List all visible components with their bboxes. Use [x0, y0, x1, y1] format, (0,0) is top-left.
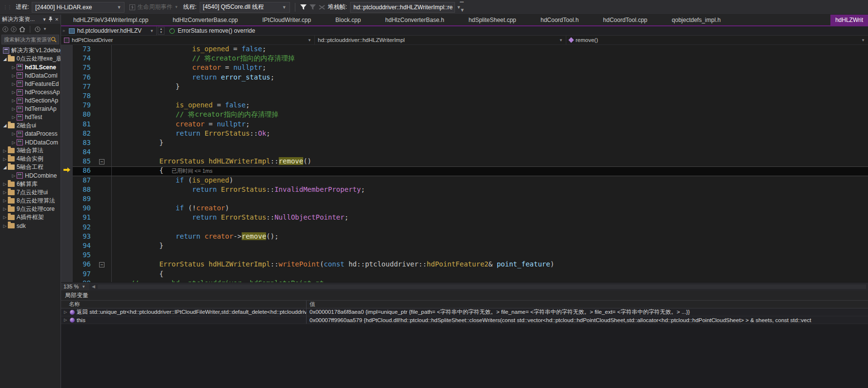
- expand-icon[interactable]: ▷: [11, 82, 17, 86]
- breakpoint-margin[interactable]: [61, 63, 73, 73]
- expand-icon[interactable]: ▷: [11, 140, 17, 145]
- expand-icon[interactable]: ▷: [2, 182, 8, 186]
- breakpoint-margin[interactable]: [61, 204, 73, 213]
- breakpoint-margin[interactable]: [61, 82, 73, 92]
- breakpoint-margin[interactable]: [61, 242, 73, 251]
- tree-item-hdDataComl[interactable]: ▷hdDataComl: [0, 71, 61, 80]
- tab-Block.cpp[interactable]: Block.cpp: [323, 15, 373, 25]
- search-box[interactable]: 搜索解决方案资源管: [1, 35, 59, 44]
- breakpoint-margin[interactable]: [61, 232, 73, 242]
- tree-item-5融合工程[interactable]: ◢5融合工程: [0, 163, 61, 171]
- search-icon[interactable]: [51, 37, 57, 42]
- breakpoint-margin[interactable]: [61, 270, 73, 279]
- expand-icon[interactable]: ▷: [11, 115, 17, 120]
- tree-item-解决方案'v1.2debug[interactable]: 解决方案'v1.2debug: [0, 46, 61, 55]
- breadcrumb-type-dropdown[interactable]: hd::ptclouddriver::hdHLZWriterImpl ▼: [315, 36, 566, 44]
- tree-item-8点云处理算法[interactable]: ▷8点云处理算法: [0, 197, 61, 205]
- tree-item-hdTerrainAp[interactable]: ▷hdTerrainAp: [0, 105, 61, 113]
- breakpoint-margin[interactable]: [61, 279, 73, 282]
- breakpoint-margin[interactable]: [61, 260, 73, 269]
- tree-item-A插件框架[interactable]: ▷A插件框架: [0, 213, 61, 222]
- breakpoint-margin[interactable]: [61, 148, 73, 157]
- breakpoint-margin[interactable]: [61, 73, 73, 82]
- tree-item-hdFeatureEd[interactable]: ▷hdFeatureEd: [0, 80, 61, 88]
- tab-hdHLZFileV34WriterImpl.cpp[interactable]: hdHLZFileV34WriterImpl.cpp: [61, 15, 161, 25]
- expand-icon[interactable]: ▷: [11, 90, 17, 95]
- breadcrumb-file-dropdown[interactable]: hdPtCloudDriver ▼: [61, 36, 315, 44]
- filter-icon[interactable]: [300, 4, 307, 10]
- column-header-name[interactable]: 名称: [61, 301, 307, 308]
- project-dropdown[interactable]: hd.ptclouddriver.hdHLZV ▼: [66, 26, 157, 35]
- breakpoint-margin[interactable]: [61, 185, 73, 195]
- breakpoint-margin[interactable]: [61, 92, 73, 101]
- breakpoint-margin[interactable]: [61, 129, 73, 139]
- locals-row-this[interactable]: ▷this0x00007ff9960aa579 {hdPtCloud.dll!h…: [61, 316, 868, 324]
- breakpoint-margin[interactable]: [61, 195, 73, 204]
- chevron-down-icon[interactable]: ▼: [42, 17, 47, 22]
- breakpoint-margin[interactable]: [61, 223, 73, 232]
- breakpoint-margin[interactable]: [61, 251, 73, 260]
- tree-item-4融合实例[interactable]: ▷4融合实例: [0, 155, 61, 163]
- tab-hdHlzConverterBase.cpp[interactable]: hdHlzConverterBase.cpp: [161, 15, 250, 25]
- tree-item-HDDataCom[interactable]: ▷HDDataCom: [0, 138, 61, 146]
- tree-item-dataProcess[interactable]: ▷dataProcess: [0, 130, 61, 138]
- breakpoint-margin[interactable]: [61, 176, 73, 185]
- expand-icon[interactable]: ▷: [11, 98, 17, 103]
- expand-icon[interactable]: ▷: [2, 148, 8, 153]
- expand-icon[interactable]: ▷: [2, 198, 8, 203]
- expand-icon[interactable]: ▷: [11, 65, 17, 70]
- breakpoint-margin[interactable]: [61, 166, 73, 176]
- collapse-icon[interactable]: ◢: [2, 165, 8, 170]
- breakpoint-margin[interactable]: [61, 110, 73, 120]
- breakpoint-margin[interactable]: [61, 157, 73, 166]
- tab-hdSpliteSheet.cpp[interactable]: hdSpliteSheet.cpp: [456, 15, 528, 25]
- zoom-dropdown[interactable]: 135 % ▼: [61, 283, 89, 291]
- tree-item-hdProcessAp[interactable]: ▷hdProcessAp: [0, 88, 61, 96]
- process-dropdown[interactable]: [24400] Hi-LiDAR.exe▼: [32, 2, 124, 13]
- expand-icon[interactable]: ▷: [63, 318, 68, 322]
- fold-collapse-icon[interactable]: −: [99, 262, 104, 267]
- collapse-icon[interactable]: ◢: [2, 123, 8, 128]
- expand-icon[interactable]: ▷: [2, 224, 8, 228]
- breakpoint-margin[interactable]: [61, 213, 73, 223]
- breakpoint-margin[interactable]: [61, 120, 73, 129]
- stackframe-dropdown[interactable]: hd::ptclouddriver::hdHLZWriterImpl::re▼: [350, 2, 455, 13]
- locals-row-return-value[interactable]: ▷返回 std::unique_ptr<hd::ptclouddriver::I…: [61, 308, 868, 316]
- lifecycle-events-button[interactable]: 生命周期事件 ▼: [127, 2, 180, 13]
- expand-icon[interactable]: ▷: [2, 157, 8, 162]
- tree-item-hdTest[interactable]: ▷hdTest: [0, 113, 61, 122]
- tree-item-hd3LScene[interactable]: ▷hd3LScene: [0, 63, 61, 71]
- breakpoint-margin[interactable]: [61, 139, 73, 148]
- pending-changes-icon[interactable]: [35, 26, 41, 32]
- code-editor[interactable]: 73 is_opened = false;74 // 将creator指向的内存…: [61, 45, 868, 282]
- expand-icon[interactable]: ▷: [2, 190, 8, 195]
- close-icon[interactable]: ✕: [55, 17, 59, 22]
- home-icon[interactable]: [19, 26, 25, 32]
- collapse-icon[interactable]: ◢: [2, 57, 8, 61]
- tab-hdHLZWrit[interactable]: hdHLZWrit: [830, 15, 868, 25]
- forward-icon[interactable]: [11, 26, 17, 32]
- search-input[interactable]: 搜索解决方案资源管: [4, 36, 51, 43]
- collapse-chevrons-icon[interactable]: »: [61, 28, 66, 33]
- toolbar-grip[interactable]: ⋮⋮: [3, 4, 12, 10]
- breakpoint-margin[interactable]: [61, 54, 73, 63]
- tree-item-HDCombine[interactable]: ▷HDCombine: [0, 171, 61, 180]
- breakpoint-margin[interactable]: [61, 101, 73, 110]
- column-header-value[interactable]: 值: [307, 301, 868, 308]
- tree-item-6解算库[interactable]: ▷6解算库: [0, 180, 61, 188]
- expand-icon[interactable]: ▷: [11, 73, 17, 78]
- thread-dropdown[interactable]: [4540] Qt5Core.dll 线程▼: [200, 2, 290, 13]
- toolbar-overflow-button[interactable]: ▔▼: [458, 2, 467, 13]
- scroll-left-icon[interactable]: ◀: [89, 284, 98, 289]
- tab-hdCoordTool.cpp[interactable]: hdCoordTool.cpp: [591, 15, 660, 25]
- expand-icon[interactable]: ▷: [11, 106, 17, 111]
- expand-icon[interactable]: ▷: [11, 173, 17, 178]
- tree-item-hdSectionAp[interactable]: ▷hdSectionAp: [0, 97, 61, 105]
- tree-item-2融合ui[interactable]: ◢2融合ui: [0, 122, 61, 130]
- tab-hdCoordTool.h[interactable]: hdCoordTool.h: [528, 15, 591, 25]
- tab-qobjectdefs_impl.h[interactable]: qobjectdefs_impl.h: [660, 15, 733, 25]
- breadcrumb-member-dropdown[interactable]: remove() ▼: [566, 36, 868, 44]
- pin-icon[interactable]: [48, 17, 53, 22]
- expand-icon[interactable]: ▷: [11, 131, 17, 136]
- fold-collapse-icon[interactable]: −: [99, 159, 104, 164]
